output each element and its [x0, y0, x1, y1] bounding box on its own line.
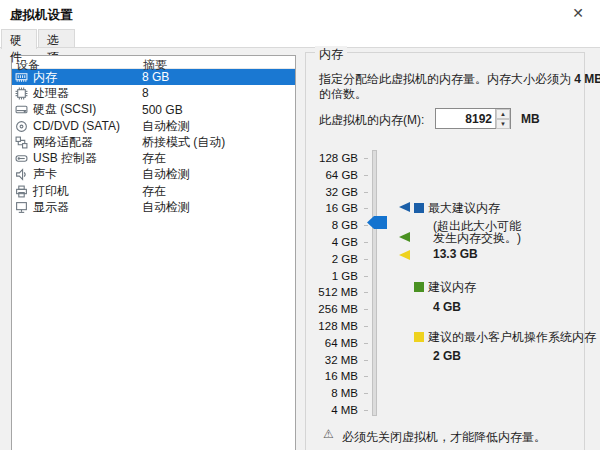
memory-value[interactable]: 8192: [436, 109, 495, 128]
memory-slider-handle[interactable]: [367, 216, 387, 229]
device-row-memory[interactable]: 内存 8 GB: [12, 69, 295, 85]
max-memory-note2: 发生内存交换。): [433, 230, 521, 247]
scale-tick: 8 GB: [306, 217, 358, 234]
memory-icon: [15, 71, 33, 84]
device-row-cd-dvd[interactable]: CD/DVD (SATA) 自动检测: [12, 118, 295, 134]
column-header-summary: 摘要: [143, 57, 167, 68]
max-memory-legend-icon: [414, 203, 424, 213]
memory-scale-labels: 128 GB 64 GB 32 GB 16 GB 8 GB 4 GB 2 GB …: [306, 150, 358, 419]
device-list: 设备 摘要 内存 8 GB 处理器 8 硬盘 (SCSI) 500 GB CD/…: [11, 55, 296, 450]
scale-tick: 16 MB: [306, 368, 358, 385]
memory-unit-label: MB: [521, 112, 540, 126]
scale-tick: 256 MB: [306, 301, 358, 318]
device-name: 声卡: [33, 166, 142, 183]
window-title: 虚拟机设置: [10, 7, 73, 24]
sound-icon: [15, 168, 33, 181]
max-memory-label: 最大建议内存: [428, 200, 500, 217]
recommended-memory-legend-icon: [414, 282, 424, 292]
device-name: 处理器: [33, 85, 142, 102]
close-icon[interactable]: ✕: [568, 4, 588, 22]
device-summary: 自动检测: [142, 166, 190, 183]
scale-tick: 16 GB: [306, 200, 358, 217]
device-summary: 存在: [142, 150, 166, 167]
scale-tick: 1 GB: [306, 268, 358, 285]
scale-tick: 128 GB: [306, 150, 358, 167]
device-name: 网络适配器: [33, 134, 142, 151]
spinner-down-icon[interactable]: ▼: [496, 119, 510, 129]
device-name: 显示器: [33, 199, 142, 216]
memory-slider-track[interactable]: [372, 150, 377, 416]
memory-spinner: ▲ ▼: [495, 109, 510, 128]
device-row-usb-controller[interactable]: USB 控制器 存在: [12, 150, 295, 166]
scale-tick: 64 MB: [306, 335, 358, 352]
scale-tick: 32 MB: [306, 352, 358, 369]
display-icon: [15, 201, 33, 214]
printer-icon: [15, 185, 33, 198]
device-row-hard-disk[interactable]: 硬盘 (SCSI) 500 GB: [12, 102, 295, 118]
memory-description-line2: 的倍数。: [319, 86, 367, 103]
device-summary: 自动检测: [142, 118, 190, 135]
scale-tick: 128 MB: [306, 318, 358, 335]
guest-min-memory-marker-icon: [399, 250, 410, 260]
scale-tick: 2 GB: [306, 251, 358, 268]
spinner-up-icon[interactable]: ▲: [496, 109, 510, 119]
cd-icon: [15, 120, 33, 133]
device-row-network-adapter[interactable]: 网络适配器 桥接模式 (自动): [12, 134, 295, 150]
device-row-sound-card[interactable]: 声卡 自动检测: [12, 167, 295, 183]
device-row-display[interactable]: 显示器 自动检测: [12, 199, 295, 215]
memory-input[interactable]: 8192 ▲ ▼: [435, 108, 511, 129]
device-name: 内存: [33, 69, 142, 86]
disk-icon: [15, 103, 33, 116]
device-summary: 自动检测: [142, 199, 190, 216]
device-name: 打印机: [33, 183, 142, 200]
usb-icon: [15, 152, 33, 165]
device-summary: 500 GB: [142, 103, 183, 117]
guest-min-memory-label: 建议的最小客户机操作系统内存: [428, 329, 596, 346]
max-memory-value: 13.3 GB: [433, 247, 478, 261]
network-icon: [15, 136, 33, 149]
memory-scale-tickmarks: [363, 150, 368, 419]
memory-group-box: 内存 指定分配给此虚拟机的内存量。内存大小必须为 4 MB 的倍数。 此虚拟机的…: [305, 52, 585, 450]
scale-tick: 4 GB: [306, 234, 358, 251]
scale-tick: 4 MB: [306, 402, 358, 419]
device-summary: 8 GB: [142, 70, 169, 84]
guest-min-memory-value: 2 GB: [433, 349, 461, 363]
warning-icon: ⚠: [323, 427, 334, 441]
recommended-memory-marker-icon: [399, 232, 410, 242]
memory-input-label: 此虚拟机的内存(M):: [319, 112, 424, 129]
scale-tick: 64 GB: [306, 167, 358, 184]
scale-tick: 8 MB: [306, 385, 358, 402]
scale-tick: 512 MB: [306, 284, 358, 301]
memory-group-title: 内存: [315, 46, 347, 63]
device-row-printer[interactable]: 打印机 存在: [12, 183, 295, 199]
device-name: USB 控制器: [33, 150, 142, 167]
warning-text: 必须先关闭虚拟机，才能降低内存量。: [342, 429, 546, 446]
tab-hardware[interactable]: 硬件: [1, 29, 37, 49]
tab-options[interactable]: 选项: [38, 29, 75, 48]
column-header-device: 设备: [16, 57, 143, 68]
recommended-memory-value: 4 GB: [433, 300, 461, 314]
recommended-memory-label: 建议内存: [428, 279, 476, 296]
device-summary: 桥接模式 (自动): [142, 134, 225, 151]
device-list-header: 设备 摘要: [12, 56, 295, 69]
scale-tick: 32 GB: [306, 184, 358, 201]
device-summary: 8: [142, 86, 149, 100]
device-name: CD/DVD (SATA): [33, 119, 142, 133]
device-row-processors[interactable]: 处理器 8: [12, 85, 295, 101]
device-name: 硬盘 (SCSI): [33, 101, 142, 118]
cpu-icon: [15, 87, 33, 100]
title-bar: 虚拟机设置 ✕: [0, 0, 600, 28]
max-memory-marker-icon: [399, 202, 410, 212]
device-summary: 存在: [142, 183, 166, 200]
guest-min-memory-legend-icon: [414, 332, 424, 342]
